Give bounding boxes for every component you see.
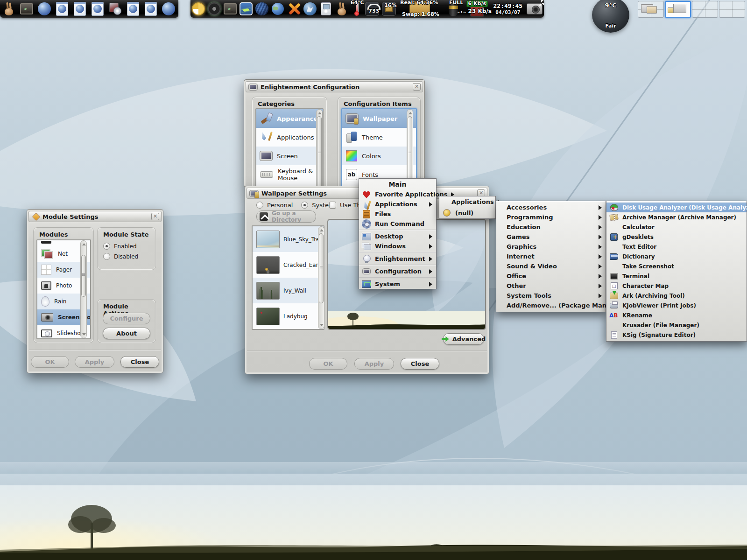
wolf-player-icon[interactable] bbox=[302, 0, 318, 18]
disabled-radio[interactable] bbox=[103, 253, 110, 260]
temperature-gadget[interactable]: 64°C bbox=[350, 0, 364, 18]
web-document-icon[interactable] bbox=[89, 0, 106, 18]
config-items-scrollbar[interactable] bbox=[407, 109, 413, 188]
system-monitor-icon[interactable] bbox=[238, 0, 254, 18]
pager-desk-3[interactable] bbox=[692, 1, 718, 18]
advanced-button[interactable]: Advanced bbox=[443, 333, 484, 345]
configure-button[interactable]: Configure bbox=[103, 313, 150, 324]
module-window-titlebar[interactable]: Module Settings ✕ bbox=[28, 211, 162, 222]
category-item-games[interactable]: Games bbox=[496, 232, 606, 242]
wallpaper-row-blue-sky-tree[interactable]: Blue_Sky_Tree bbox=[253, 226, 324, 252]
web-document-icon[interactable] bbox=[71, 0, 89, 18]
menu-item-windows[interactable]: Windows bbox=[359, 241, 436, 251]
category-item-accessories[interactable]: Accessories bbox=[496, 203, 606, 212]
network-gadget[interactable]: 6 Kb/s 23 Kb/s bbox=[465, 0, 491, 18]
app-item-dictionary[interactable]: Dictionary bbox=[606, 252, 747, 261]
network-sphere-icon[interactable] bbox=[254, 0, 270, 18]
submenu-item-applications[interactable]: Applications bbox=[439, 196, 495, 207]
rabbit-mascot-icon[interactable] bbox=[0, 0, 18, 18]
wallpaper-ok-button[interactable]: OK bbox=[309, 358, 347, 370]
music-player-icon[interactable] bbox=[318, 0, 334, 18]
personal-radio[interactable] bbox=[256, 202, 263, 209]
enabled-radio[interactable] bbox=[103, 243, 110, 250]
category-item-other[interactable]: Other bbox=[496, 281, 606, 291]
submenu-item-null[interactable]: (null) bbox=[439, 207, 495, 218]
memory-gadget[interactable]: Real: 64.36% Swap: 1.68% bbox=[397, 0, 443, 18]
pager-desk-4[interactable] bbox=[719, 1, 745, 18]
category-item-programming[interactable]: Programming bbox=[496, 212, 606, 222]
app-item-archive-manager[interactable]: Archive Manager (Archive Manager) bbox=[606, 212, 747, 222]
menu-item-enlightenment[interactable]: Enlightenment bbox=[359, 254, 436, 264]
speaker-icon[interactable] bbox=[206, 0, 222, 18]
pager-desk-2-active[interactable] bbox=[665, 1, 691, 18]
category-item-add-remove[interactable]: Add/Remove... (Package Manager) bbox=[496, 301, 606, 310]
sun-dial-icon[interactable] bbox=[190, 0, 206, 18]
category-row-screen[interactable]: Screen bbox=[256, 147, 323, 165]
app-item-ark[interactable]: Ark (Archiving Tool) bbox=[606, 291, 747, 301]
category-row-appearance[interactable]: Appearance bbox=[256, 109, 323, 128]
category-row-applications[interactable]: Applications bbox=[256, 128, 323, 147]
category-item-sound-video[interactable]: Sound & Video bbox=[496, 261, 606, 271]
app-item-krename[interactable]: AB KRename bbox=[606, 310, 747, 320]
modules-scroll-thumb[interactable] bbox=[81, 255, 86, 297]
modules-scrollbar[interactable] bbox=[80, 240, 87, 338]
app-item-krusader[interactable]: Krusader (File Manager) bbox=[606, 320, 747, 330]
module-apply-button[interactable]: Apply bbox=[75, 356, 114, 368]
config-items-scroll-thumb[interactable] bbox=[408, 116, 412, 188]
menu-item-run-command[interactable]: Run Command bbox=[359, 219, 436, 229]
fan-speed-gadget[interactable]: 733 bbox=[364, 0, 381, 18]
module-window-close-button[interactable]: ✕ bbox=[151, 213, 159, 220]
usage-gadget[interactable]: 16% bbox=[381, 0, 397, 18]
battery-gadget[interactable]: FULL ~•~ bbox=[443, 0, 465, 18]
app-item-gdesklets[interactable]: gDesklets bbox=[606, 232, 747, 242]
item-row-colors[interactable]: Colors bbox=[342, 147, 416, 165]
web-document-icon[interactable] bbox=[53, 0, 71, 18]
wallpaper-row-cracked-earth[interactable]: Cracked_Earth bbox=[253, 252, 324, 278]
category-item-education[interactable]: Education bbox=[496, 222, 606, 232]
earth-browser-icon[interactable] bbox=[270, 0, 286, 18]
rabbit-icon[interactable] bbox=[334, 0, 350, 18]
item-row-wallpaper[interactable]: Wallpaper bbox=[342, 109, 416, 128]
wallpaper-row-ivy-wall[interactable]: Ivy_Wall bbox=[253, 278, 324, 303]
module-close-button[interactable]: Close bbox=[120, 356, 159, 368]
category-item-system-tools[interactable]: System Tools bbox=[496, 291, 606, 301]
app-item-text-editor[interactable]: Text Editor bbox=[606, 242, 747, 252]
menu-item-applications[interactable]: Applications bbox=[359, 199, 436, 209]
globe-icon[interactable] bbox=[160, 0, 177, 18]
xchat-icon[interactable] bbox=[286, 0, 302, 18]
menu-item-system[interactable]: System bbox=[359, 279, 436, 289]
item-row-theme[interactable]: Theme bbox=[342, 128, 416, 147]
categories-scroll-thumb[interactable] bbox=[317, 116, 322, 188]
web-document-icon[interactable] bbox=[142, 0, 160, 18]
pager-desk-1[interactable] bbox=[638, 1, 664, 18]
app-item-calculator[interactable]: Calculator bbox=[606, 222, 747, 232]
terminal-monitor-icon[interactable] bbox=[18, 0, 35, 18]
wallpaper-apply-button[interactable]: Apply bbox=[354, 358, 394, 370]
screenshot-camera-icon[interactable] bbox=[526, 0, 544, 18]
web-document-icon[interactable] bbox=[124, 0, 142, 18]
use-theme-checkbox[interactable] bbox=[329, 202, 336, 209]
app-item-character-map[interactable]: □ Character Map bbox=[606, 281, 747, 291]
category-row-keyboard-mouse[interactable]: Keyboard & Mouse bbox=[256, 165, 323, 184]
about-button[interactable]: About bbox=[103, 328, 150, 339]
system-radio[interactable] bbox=[301, 202, 308, 209]
category-item-office[interactable]: Office bbox=[496, 271, 606, 281]
terminal-icon[interactable] bbox=[222, 0, 238, 18]
app-item-disk-usage-analyzer[interactable]: Disk Usage Analyzer (Disk Usage Analyzer… bbox=[606, 203, 747, 212]
clock-gadget[interactable]: 22:49:45 04/03/07 bbox=[490, 0, 525, 18]
menu-item-configuration[interactable]: Configuration bbox=[359, 266, 436, 276]
go-up-directory-button[interactable]: Go up a Directory bbox=[256, 210, 316, 223]
app-item-take-screenshot[interactable]: Take Screenshot bbox=[606, 261, 747, 271]
module-ok-button[interactable]: OK bbox=[31, 356, 69, 368]
config-window-titlebar[interactable]: Enlightenment Configuration ✕ bbox=[246, 81, 423, 92]
menu-item-desktop[interactable]: Desktop bbox=[359, 231, 436, 241]
globe-icon[interactable] bbox=[35, 0, 53, 18]
config-window-close-button[interactable]: ✕ bbox=[413, 83, 421, 91]
categories-scrollbar[interactable] bbox=[316, 109, 323, 188]
category-item-internet[interactable]: Internet bbox=[496, 252, 606, 261]
wallpaper-scroll-thumb[interactable] bbox=[319, 233, 324, 303]
app-item-terminal[interactable]: Terminal bbox=[606, 271, 747, 281]
wallpaper-close-button[interactable]: Close bbox=[401, 358, 439, 370]
app-item-ksig[interactable]: KSig (Signature Editor) bbox=[606, 330, 747, 340]
menu-item-favorite-applications[interactable]: Favorite Applications bbox=[359, 189, 436, 199]
